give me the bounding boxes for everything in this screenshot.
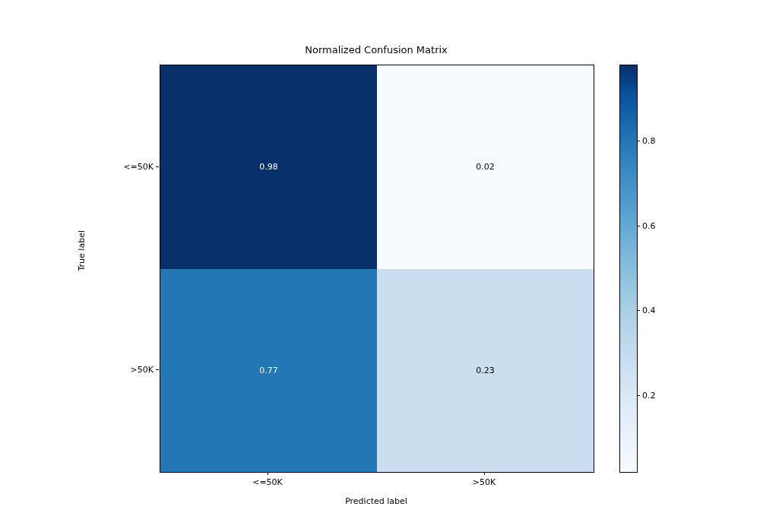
- y-axis-label: True label: [77, 230, 87, 271]
- cbar-tick-mark: [637, 226, 640, 226]
- chart-title: Normalized Confusion Matrix: [160, 44, 593, 55]
- xtick-label-0: <=50K: [252, 477, 283, 487]
- cbar-tick-3: 0.8: [642, 136, 656, 146]
- cbar-tick-0: 0.2: [642, 391, 656, 401]
- cell-1-0: 0.77: [160, 269, 377, 473]
- cbar-tick-mark: [637, 141, 640, 141]
- xtick-label-1: >50K: [473, 477, 496, 487]
- cbar-tick-1: 0.4: [642, 306, 656, 315]
- xtick-mark: [268, 472, 268, 475]
- cbar-tick-mark: [637, 310, 640, 311]
- cell-1-1: 0.23: [377, 269, 594, 473]
- x-axis-label: Predicted label: [160, 496, 593, 506]
- colorbar-gradient: [619, 65, 638, 473]
- cbar-tick-2: 0.6: [642, 221, 656, 231]
- colorbar: [619, 65, 636, 471]
- cbar-tick-mark: [637, 395, 640, 396]
- ytick-mark: [156, 369, 159, 370]
- ytick-label-1: >50K: [131, 365, 154, 375]
- ytick-label-0: <=50K: [123, 162, 154, 172]
- ytick-mark: [156, 166, 159, 167]
- cell-0-1: 0.02: [377, 65, 594, 269]
- xtick-mark: [484, 472, 485, 475]
- heatmap-container: 0.98 0.02 0.77 0.23: [160, 65, 593, 471]
- heatmap-grid: 0.98 0.02 0.77 0.23: [160, 65, 594, 473]
- cell-0-0: 0.98: [160, 65, 377, 269]
